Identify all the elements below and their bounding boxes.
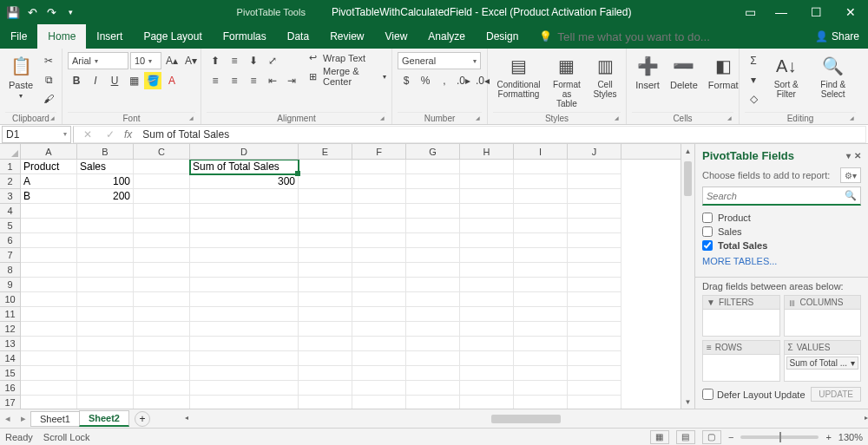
cell-E6[interactable] xyxy=(299,233,352,248)
columns-area[interactable]: ⫼COLUMNS xyxy=(784,295,862,337)
cell-G8[interactable] xyxy=(406,263,460,278)
cell-C16[interactable] xyxy=(134,381,190,396)
zoom-out-icon[interactable]: − xyxy=(728,432,733,442)
horizontal-scrollbar[interactable] xyxy=(188,411,865,427)
cell-J16[interactable] xyxy=(568,381,621,396)
cell-I2[interactable] xyxy=(514,174,568,189)
format-as-table-button[interactable]: ▦Format as Table xyxy=(548,52,586,110)
align-center-icon[interactable]: ≡ xyxy=(226,72,243,89)
field-item[interactable]: Total Sales xyxy=(702,239,861,252)
cell-E17[interactable] xyxy=(299,396,352,409)
cell-F3[interactable] xyxy=(352,189,406,204)
cell-H2[interactable] xyxy=(460,174,514,189)
page-layout-view-icon[interactable]: ▤ xyxy=(676,430,695,444)
defer-checkbox[interactable] xyxy=(702,389,713,400)
cell-G10[interactable] xyxy=(406,292,460,307)
cell-I7[interactable] xyxy=(514,248,568,263)
cell-J5[interactable] xyxy=(568,219,621,233)
cell-F10[interactable] xyxy=(352,292,406,307)
name-box[interactable]: D1▾ xyxy=(2,126,71,143)
cell-G6[interactable] xyxy=(406,233,460,248)
row-header-5[interactable]: 5 xyxy=(0,219,21,233)
format-cells-button[interactable]: ◧Format xyxy=(705,52,742,92)
values-chip[interactable]: Sum of Total ...▾ xyxy=(786,357,859,370)
font-color-icon[interactable]: A xyxy=(163,72,181,89)
maximize-icon[interactable]: ☐ xyxy=(799,0,833,24)
cell-H14[interactable] xyxy=(460,351,514,366)
cell-E9[interactable] xyxy=(299,278,352,292)
cancel-formula-icon[interactable]: ✕ xyxy=(79,126,96,143)
cell-G9[interactable] xyxy=(406,278,460,292)
page-break-view-icon[interactable]: ▢ xyxy=(702,430,721,444)
cell-B9[interactable] xyxy=(77,278,134,292)
cell-H15[interactable] xyxy=(460,366,514,381)
cell-F7[interactable] xyxy=(352,248,406,263)
cell-F4[interactable] xyxy=(352,204,406,219)
field-search[interactable]: 🔍 xyxy=(702,187,861,206)
minimize-icon[interactable]: — xyxy=(764,0,799,24)
cell-F1[interactable] xyxy=(352,160,406,174)
cell-G16[interactable] xyxy=(406,381,460,396)
borders-icon[interactable]: ▦ xyxy=(125,72,142,89)
cell-D13[interactable] xyxy=(190,337,299,351)
tab-formulas[interactable]: Formulas xyxy=(213,24,277,49)
cell-C17[interactable] xyxy=(134,396,190,409)
col-header-F[interactable]: F xyxy=(352,144,406,159)
zoom-level[interactable]: 130% xyxy=(838,432,863,442)
cell-G11[interactable] xyxy=(406,307,460,322)
more-tables-link[interactable]: MORE TABLES... xyxy=(702,256,861,266)
cell-C2[interactable] xyxy=(134,174,190,189)
cell-H8[interactable] xyxy=(460,263,514,278)
cell-F15[interactable] xyxy=(352,366,406,381)
cell-J17[interactable] xyxy=(568,396,621,409)
cell-A8[interactable] xyxy=(21,263,77,278)
col-header-B[interactable]: B xyxy=(77,144,134,159)
row-header-8[interactable]: 8 xyxy=(0,263,21,278)
tab-nav-prev-icon[interactable]: ◂ xyxy=(0,413,16,424)
cell-E1[interactable] xyxy=(299,160,352,174)
col-header-E[interactable]: E xyxy=(299,144,352,159)
cell-H16[interactable] xyxy=(460,381,514,396)
row-header-1[interactable]: 1 xyxy=(0,160,21,174)
cell-A15[interactable] xyxy=(21,366,77,381)
cell-A16[interactable] xyxy=(21,381,77,396)
cell-D4[interactable] xyxy=(190,204,299,219)
autosum-icon[interactable]: Σ xyxy=(745,52,762,69)
cell-A10[interactable] xyxy=(21,292,77,307)
cell-C4[interactable] xyxy=(134,204,190,219)
cell-E11[interactable] xyxy=(299,307,352,322)
align-top-icon[interactable]: ⬆ xyxy=(207,52,224,69)
cell-I4[interactable] xyxy=(514,204,568,219)
row-header-6[interactable]: 6 xyxy=(0,233,21,248)
cell-D15[interactable] xyxy=(190,366,299,381)
cell-H6[interactable] xyxy=(460,233,514,248)
increase-indent-icon[interactable]: ⇥ xyxy=(283,72,300,89)
field-checkbox[interactable] xyxy=(702,226,713,237)
cell-A9[interactable] xyxy=(21,278,77,292)
row-header-3[interactable]: 3 xyxy=(0,189,21,204)
cell-J2[interactable] xyxy=(568,174,621,189)
cell-I8[interactable] xyxy=(514,263,568,278)
select-all-button[interactable] xyxy=(0,144,21,159)
tab-insert[interactable]: Insert xyxy=(86,24,133,49)
cell-G1[interactable] xyxy=(406,160,460,174)
enter-formula-icon[interactable]: ✓ xyxy=(102,126,119,143)
cell-G5[interactable] xyxy=(406,219,460,233)
cell-B3[interactable]: 200 xyxy=(77,189,134,204)
cell-D6[interactable] xyxy=(190,233,299,248)
cell-E12[interactable] xyxy=(299,322,352,337)
cell-H4[interactable] xyxy=(460,204,514,219)
cell-A12[interactable] xyxy=(21,322,77,337)
cell-D2[interactable]: 300 xyxy=(190,174,299,189)
cell-I6[interactable] xyxy=(514,233,568,248)
tab-analyze[interactable]: Analyze xyxy=(418,24,476,49)
cell-I13[interactable] xyxy=(514,337,568,351)
cell-B11[interactable] xyxy=(77,307,134,322)
cell-D10[interactable] xyxy=(190,292,299,307)
rows-area[interactable]: ≡ROWS xyxy=(702,340,780,382)
zoom-in-icon[interactable]: + xyxy=(825,432,831,442)
cell-A7[interactable] xyxy=(21,248,77,263)
scroll-thumb[interactable] xyxy=(681,158,694,395)
cell-H7[interactable] xyxy=(460,248,514,263)
pane-dropdown-icon[interactable]: ▾ xyxy=(846,151,851,160)
